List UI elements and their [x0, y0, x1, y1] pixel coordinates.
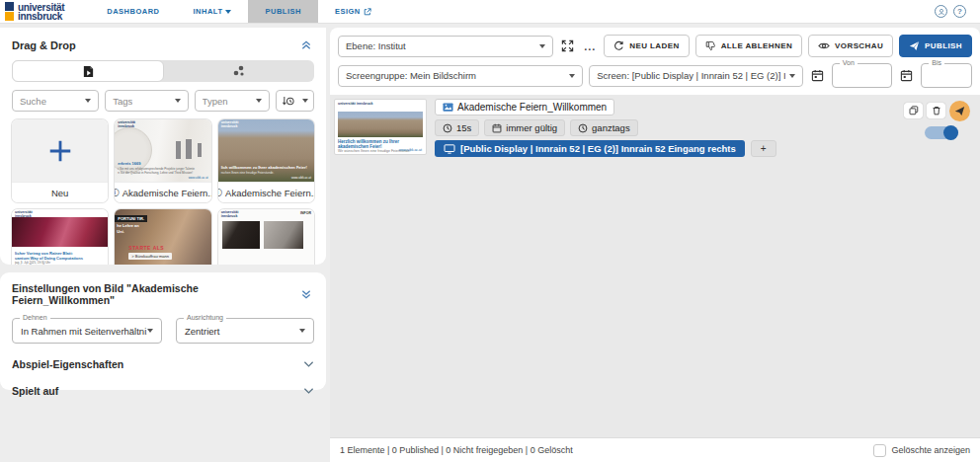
chevron-down-icon: [225, 10, 231, 14]
publish-button[interactable]: PUBLISH: [899, 35, 972, 57]
toggle-knob: [943, 125, 958, 140]
publish-item-button[interactable]: [949, 101, 970, 121]
thumb-header: INFOR: [300, 211, 311, 215]
photo-door: [222, 221, 260, 249]
help-button[interactable]: ?: [953, 5, 966, 18]
screengroup-value: Screengruppe: Mein Bildschirm: [346, 70, 476, 81]
photo-person: [264, 221, 303, 249]
screengroup-select[interactable]: Screengruppe: Mein Bildschirm: [338, 65, 583, 87]
section-title: Spielt auf: [12, 385, 58, 397]
media-card-feier-2[interactable]: universitätinnsbruck lich willkommen zu …: [218, 119, 314, 202]
stretch-value: In Rahmen mit Seitenverhältni...: [21, 326, 147, 337]
new-card-label: Neu: [12, 182, 108, 202]
tab-media-files[interactable]: [12, 60, 164, 82]
add-screen-button[interactable]: +: [751, 140, 776, 157]
level-select[interactable]: Ebene: Institut: [338, 36, 553, 57]
date-to-calendar-button[interactable]: [898, 67, 915, 84]
screen-select[interactable]: Screen: [Public Display | Innrain 52 | E…: [589, 65, 803, 87]
media-file-icon: [82, 65, 95, 78]
fullscreen-button[interactable]: [559, 38, 576, 54]
timeline-area: universität innsbruck Herzlich willkomme…: [330, 95, 980, 437]
playback-properties-section[interactable]: Abspiel-Eigenschaften: [12, 358, 314, 370]
expand-icon: [561, 39, 574, 52]
nav-label-esign: ESIGN: [335, 7, 361, 16]
timeline-item: universität innsbruck Herzlich willkomme…: [334, 99, 976, 157]
chevron-down-icon: [789, 74, 795, 78]
thumb-line: Innsbruck, Rennweg 2: [15, 265, 44, 266]
screen-tag-label: [Public Display | Innrain 52 | EG (2)] I…: [460, 143, 736, 154]
chevron-down-icon: [85, 99, 91, 103]
dots-cluster-icon: [232, 64, 246, 78]
show-deleted-control: Gelöschte anzeigen: [873, 444, 970, 457]
media-card-feier-1[interactable]: universitätinnsbruck erkreis 1669 t Sie …: [115, 119, 210, 202]
nav-item-dashboard[interactable]: DASHBOARD: [90, 0, 176, 23]
university-logo[interactable]: universität innsbruck: [0, 0, 64, 23]
thumb-headline: erkreis 1669: [118, 162, 140, 167]
clock-icon: [443, 123, 452, 133]
nav-label-publish: PUBLISH: [265, 7, 300, 16]
screen-tag[interactable]: [Public Display | Innrain 52 | EG (2)] I…: [435, 140, 745, 157]
more-options-button[interactable]: ...: [582, 41, 598, 51]
validity-badge[interactable]: immer gültig: [484, 119, 565, 136]
copy-icon: [909, 106, 919, 116]
item-screens: [Public Display | Innrain 52 | EG (2)] I…: [435, 140, 776, 157]
thumb-logo: universität innsbruck: [338, 103, 423, 107]
photo-strip: [12, 217, 108, 247]
tags-select[interactable]: Tags: [105, 90, 188, 112]
media-card-sportuni[interactable]: PORTUNI TIR. he Lehre an Uni. STARTE ALS…: [115, 209, 210, 265]
chevron-down-icon: [256, 99, 262, 103]
user-account-button[interactable]: [935, 5, 947, 18]
image-settings-panel: Einstellungen von Bild "Akademische Feie…: [0, 272, 326, 390]
duration-badge[interactable]: 15s: [435, 119, 479, 136]
preview-button[interactable]: VORSCHAU: [808, 35, 893, 57]
date-from-calendar-button[interactable]: [809, 67, 826, 84]
collapse-panel-button[interactable]: [298, 38, 314, 52]
reload-button[interactable]: NEU LADEN: [604, 35, 689, 57]
double-chevron-up-icon: [300, 39, 312, 50]
daytime-badge[interactable]: ganztags: [570, 119, 638, 136]
date-from-input[interactable]: Von: [832, 63, 893, 88]
duration-value: 15s: [456, 122, 471, 133]
media-card-vortrag[interactable]: universitätinnsbruck licher Vortrag von …: [12, 209, 108, 265]
stretch-select[interactable]: Dehnen In Rahmen mit Seitenverhältni...: [12, 318, 162, 344]
date-to-input[interactable]: Bis: [921, 63, 972, 88]
media-grid: Neu universitätinnsbruck erkreis 1669 t …: [12, 119, 314, 265]
logo-square-orange: [5, 12, 14, 21]
duplicate-button[interactable]: [904, 103, 923, 118]
logo-text: universität innsbruck: [18, 3, 64, 21]
preview-label: VORSCHAU: [835, 41, 883, 50]
question-icon: ?: [957, 7, 962, 16]
paper-plane-icon: [909, 40, 920, 51]
media-thumbnail: universitätinnsbruck lich willkommen zu …: [218, 119, 314, 182]
tab-widgets[interactable]: [164, 60, 314, 82]
media-card-info[interactable]: universitätinnsbruck INFOR www.uibk.ac.a…: [218, 209, 314, 265]
plays-on-section[interactable]: Spielt auf: [12, 385, 314, 397]
clock-icon: [578, 123, 588, 133]
alignment-label: Ausrichtung: [184, 314, 226, 321]
active-toggle[interactable]: [925, 126, 958, 139]
reject-all-label: ALLE ABLEHNEN: [721, 41, 792, 50]
expand-settings-button[interactable]: [298, 287, 314, 302]
nav-label-dashboard: DASHBOARD: [107, 7, 159, 16]
search-placeholder: Suche: [20, 96, 46, 107]
thumb-url: www.uibk.ac.at: [291, 176, 311, 180]
thumb-logo: universitätinnsbruck: [221, 121, 239, 128]
nav-item-inhalt[interactable]: INHALT: [177, 0, 249, 23]
alignment-select[interactable]: Ausrichtung Zentriert: [176, 318, 314, 344]
item-title-chip[interactable]: Akademische Feiern_Willkommen: [435, 99, 614, 116]
types-select[interactable]: Typen: [195, 90, 271, 112]
search-select[interactable]: Suche: [12, 90, 99, 112]
show-deleted-checkbox[interactable]: [873, 444, 886, 457]
thumb-logo: universitätinnsbruck: [118, 121, 135, 128]
sort-select[interactable]: [276, 90, 314, 112]
new-media-card[interactable]: Neu: [12, 119, 108, 202]
delete-button[interactable]: [927, 103, 945, 118]
user-icon: [938, 8, 945, 16]
item-thumbnail[interactable]: universität innsbruck Herzlich willkomme…: [334, 99, 427, 155]
section-title: Abspiel-Eigenschaften: [12, 358, 123, 370]
nav-item-publish[interactable]: PUBLISH: [248, 0, 317, 23]
nav-item-esign[interactable]: ESIGN: [318, 0, 388, 23]
reject-all-button[interactable]: ALLE ABLEHNEN: [695, 35, 802, 57]
daytime-value: ganztags: [592, 122, 630, 133]
chevron-down-icon: [569, 74, 575, 78]
